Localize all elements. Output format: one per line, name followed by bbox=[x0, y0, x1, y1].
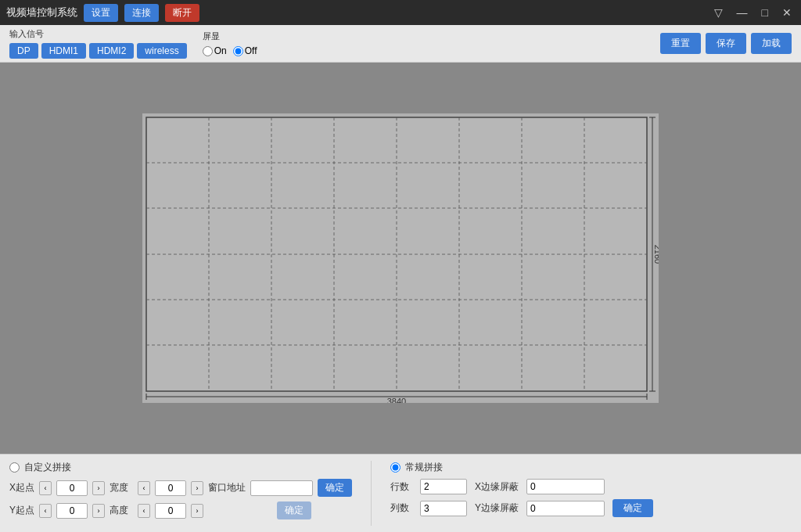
save-button[interactable]: 保存 bbox=[706, 33, 746, 54]
rows-x-edge-row: 行数 X边缘屏蔽 bbox=[390, 479, 792, 494]
window-controls: ▽ — □ ✕ bbox=[711, 6, 795, 19]
height-input[interactable] bbox=[155, 503, 186, 519]
y-start-input[interactable] bbox=[56, 503, 88, 519]
signal-label: 输入信号 bbox=[9, 28, 187, 40]
confirm3-button[interactable]: 确定 bbox=[612, 499, 653, 517]
confirm1-button[interactable]: 确定 bbox=[318, 479, 352, 497]
signal-buttons: DP HDMI1 HDMI2 wireless bbox=[9, 43, 187, 59]
reset-button[interactable]: 重置 bbox=[660, 33, 701, 54]
custom-splice-panel: 自定义拼接 X起点 ‹ › 宽度 ‹ › 窗口地址 确定 Y起点 ‹ › 高度 bbox=[9, 461, 352, 526]
height-increment[interactable]: › bbox=[191, 504, 203, 518]
bottom-panel: 自定义拼接 X起点 ‹ › 宽度 ‹ › 窗口地址 确定 Y起点 ‹ › 高度 bbox=[0, 454, 801, 532]
display-label: 屏显 bbox=[203, 31, 257, 42]
x-edge-label: X边缘屏蔽 bbox=[475, 480, 519, 494]
width-decrement[interactable]: ‹ bbox=[138, 481, 150, 495]
y-start-increment[interactable]: › bbox=[92, 504, 105, 518]
y-edge-input[interactable] bbox=[526, 501, 605, 516]
regular-splice-label: 常规拼接 bbox=[405, 461, 443, 474]
signal-wireless-button[interactable]: wireless bbox=[137, 43, 186, 59]
grid-container: 3840 2160 bbox=[142, 113, 659, 403]
x-start-increment[interactable]: › bbox=[92, 481, 105, 495]
canvas-area: 3840 2160 bbox=[0, 63, 801, 454]
connect-button[interactable]: 连接 bbox=[124, 4, 159, 22]
addr-label: 窗口地址 bbox=[208, 481, 246, 494]
y-edge-label: Y边缘屏蔽 bbox=[475, 501, 519, 515]
dropdown-icon[interactable]: ▽ bbox=[711, 6, 726, 19]
y-start-row: Y起点 ‹ › 高度 ‹ › 确定 bbox=[9, 501, 352, 519]
display-group: 屏显 On Off bbox=[203, 31, 257, 56]
addr-input[interactable] bbox=[250, 480, 313, 496]
y-start-label: Y起点 bbox=[9, 504, 34, 517]
radio-off-text: Off bbox=[245, 45, 257, 56]
svg-text:2160: 2160 bbox=[653, 245, 659, 264]
load-button[interactable]: 加载 bbox=[751, 33, 792, 54]
cols-y-edge-row: 列数 Y边缘屏蔽 确定 bbox=[390, 499, 792, 517]
grid-display: 3840 2160 bbox=[142, 113, 659, 403]
title-bar-left: 视频墙控制系统 设置 连接 断开 bbox=[6, 4, 199, 22]
height-label: 高度 bbox=[110, 504, 133, 517]
main-content: 3840 2160 自定义拼接 X起点 ‹ › 宽度 ‹ bbox=[0, 63, 801, 532]
close-icon[interactable]: ✕ bbox=[779, 6, 795, 19]
disconnect-button[interactable]: 断开 bbox=[165, 4, 199, 22]
panel-divider bbox=[371, 461, 372, 526]
radio-on[interactable] bbox=[203, 46, 213, 56]
display-radio-row: On Off bbox=[203, 45, 257, 56]
maximize-icon[interactable]: □ bbox=[759, 6, 771, 19]
y-start-decrement[interactable]: ‹ bbox=[39, 504, 52, 518]
toolbar: 输入信号 DP HDMI1 HDMI2 wireless 屏显 On Off 重… bbox=[0, 25, 801, 63]
cols-input[interactable] bbox=[420, 501, 467, 516]
confirm2-button[interactable]: 确定 bbox=[277, 501, 311, 519]
app-title: 视频墙控制系统 bbox=[6, 5, 77, 20]
regular-splice-radio[interactable] bbox=[390, 462, 400, 473]
rows-label: 行数 bbox=[390, 480, 412, 494]
title-bar: 视频墙控制系统 设置 连接 断开 ▽ — □ ✕ bbox=[0, 0, 801, 25]
custom-title-row: 自定义拼接 bbox=[9, 461, 352, 474]
x-start-input[interactable] bbox=[56, 480, 88, 496]
x-start-row: X起点 ‹ › 宽度 ‹ › 窗口地址 确定 bbox=[9, 479, 352, 497]
x-edge-input[interactable] bbox=[526, 479, 605, 494]
signal-dp-button[interactable]: DP bbox=[9, 43, 38, 59]
signal-hdmi1-button[interactable]: HDMI1 bbox=[41, 43, 86, 59]
regular-title-row: 常规拼接 bbox=[390, 461, 792, 474]
custom-splice-radio[interactable] bbox=[9, 462, 20, 473]
signal-hdmi2-button[interactable]: HDMI2 bbox=[89, 43, 134, 59]
width-increment[interactable]: › bbox=[191, 481, 203, 495]
radio-off[interactable] bbox=[233, 46, 243, 56]
radio-off-label[interactable]: Off bbox=[233, 45, 257, 56]
height-decrement[interactable]: ‹ bbox=[138, 504, 150, 518]
signal-group: 输入信号 DP HDMI1 HDMI2 wireless bbox=[9, 28, 187, 59]
rows-input[interactable] bbox=[420, 479, 467, 494]
width-input[interactable] bbox=[155, 480, 186, 496]
radio-on-text: On bbox=[214, 45, 227, 56]
x-start-label: X起点 bbox=[9, 481, 34, 494]
width-label: 宽度 bbox=[110, 481, 133, 494]
regular-splice-panel: 常规拼接 行数 X边缘屏蔽 列数 Y边缘屏蔽 确定 bbox=[390, 461, 792, 526]
settings-button[interactable]: 设置 bbox=[84, 4, 118, 22]
radio-on-label[interactable]: On bbox=[203, 45, 227, 56]
custom-splice-label: 自定义拼接 bbox=[24, 461, 71, 474]
cols-label: 列数 bbox=[390, 501, 412, 515]
minimize-icon[interactable]: — bbox=[734, 6, 751, 19]
x-start-decrement[interactable]: ‹ bbox=[39, 481, 52, 495]
svg-text:3840: 3840 bbox=[387, 397, 406, 403]
toolbar-right: 重置 保存 加载 bbox=[660, 33, 792, 54]
